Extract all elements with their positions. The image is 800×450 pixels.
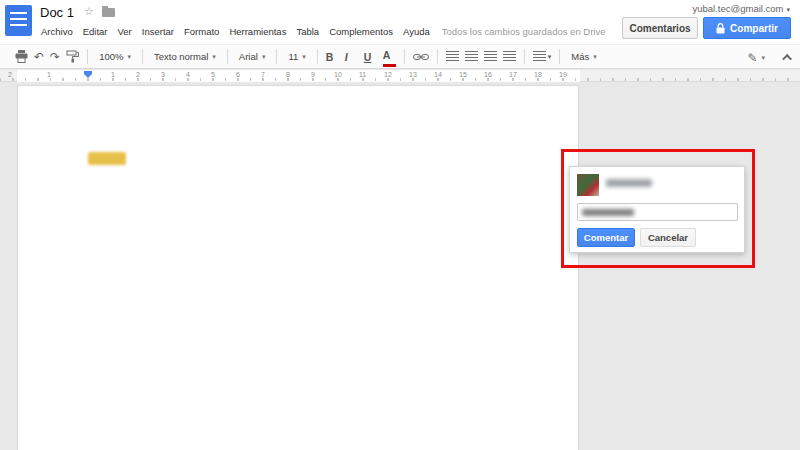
comment-input[interactable] — [577, 203, 738, 221]
link-icon — [413, 52, 429, 62]
print-icon — [15, 50, 28, 63]
underline-button[interactable]: U — [364, 47, 377, 67]
comment-popup: Comentar Cancelar — [569, 166, 745, 253]
toolbar-separator — [437, 49, 438, 64]
ruler-number: 2 — [8, 71, 12, 78]
docs-logo-icon[interactable] — [5, 5, 32, 36]
avatar — [577, 174, 599, 196]
toolbar-separator — [559, 49, 560, 64]
chevron-down-icon: ▾ — [212, 53, 216, 61]
account-email-text: yubal.tec@gmail.com — [693, 3, 784, 14]
paint-format-icon — [66, 50, 79, 63]
font-dropdown[interactable]: Arial▾ — [236, 47, 269, 67]
justify-button[interactable] — [503, 47, 516, 67]
menu-ver[interactable]: Ver — [113, 26, 137, 37]
align-left-button[interactable] — [446, 47, 459, 67]
ruler-number: 9 — [311, 71, 315, 78]
chevron-down-icon: ▾ — [786, 6, 790, 13]
zoom-value: 100% — [99, 51, 123, 62]
doc-title[interactable]: Doc 1 — [40, 5, 74, 20]
toolbar-separator — [404, 49, 405, 64]
menu-ayuda[interactable]: Ayuda — [398, 26, 435, 37]
indent-marker[interactable] — [84, 71, 92, 74]
lock-icon — [716, 23, 725, 34]
ruler-ticks — [0, 78, 800, 81]
comment-text-blurred — [582, 209, 634, 216]
toolbar: ↶ ↷ 100%▾ Texto normal▾ Arial▾ 11▾ B I U… — [0, 44, 800, 69]
zoom-dropdown[interactable]: 100%▾ — [96, 47, 134, 67]
menu-herramientas[interactable]: Herramientas — [224, 26, 291, 37]
app-header: Doc 1 ☆ Archivo Editar Ver Insertar Form… — [0, 0, 800, 44]
menu-complementos[interactable]: Complementos — [324, 26, 398, 37]
share-button[interactable]: Compartir — [703, 17, 791, 39]
ruler-number: 17 — [509, 71, 517, 78]
menu-editar[interactable]: Editar — [78, 26, 113, 37]
paint-format-button[interactable] — [66, 47, 79, 67]
ruler[interactable]: 2 1 1 2 3 4 5 6 7 8 9 10 11 12 13 14 15 … — [0, 70, 800, 82]
toolbar-separator — [227, 49, 228, 64]
page[interactable] — [17, 85, 579, 450]
toolbar-separator — [524, 49, 525, 64]
ruler-number: 18 — [534, 71, 542, 78]
toolbar-separator — [317, 49, 318, 64]
collapse-toolbar-button[interactable] — [782, 54, 792, 64]
undo-button[interactable]: ↶ — [34, 47, 44, 67]
font-size-value: 11 — [288, 51, 298, 62]
menu-tabla[interactable]: Tabla — [291, 26, 324, 37]
font-value: Arial — [239, 51, 258, 62]
align-left-icon — [446, 51, 459, 62]
document-area: Comentar Cancelar — [0, 83, 800, 450]
more-label: Más — [571, 51, 589, 62]
line-spacing-button[interactable]: ▾ — [533, 47, 552, 67]
ruler-number: 12 — [384, 71, 392, 78]
ruler-number: 10 — [334, 71, 342, 78]
toolbar-separator — [142, 49, 143, 64]
highlighted-text-blur — [88, 152, 126, 165]
paragraph-style-dropdown[interactable]: Texto normal▾ — [151, 47, 219, 67]
ruler-number: 1 — [47, 71, 51, 78]
ruler-number: 13 — [409, 71, 417, 78]
comments-button[interactable]: Comentarios — [622, 17, 698, 39]
align-center-button[interactable] — [465, 47, 478, 67]
chevron-down-icon: ▾ — [127, 53, 131, 61]
align-center-icon — [465, 51, 478, 62]
toolbar-right-group: ✎▾ — [741, 45, 792, 70]
folder-icon[interactable] — [102, 8, 115, 17]
text-color-button[interactable]: A — [383, 47, 396, 67]
align-right-button[interactable] — [484, 47, 497, 67]
ruler-number: 3 — [161, 71, 165, 78]
chevron-down-icon: ▾ — [761, 54, 765, 62]
ruler-number: 7 — [261, 71, 265, 78]
comment-cancel-button[interactable]: Cancelar — [640, 228, 696, 247]
more-dropdown[interactable]: Más▾ — [568, 47, 599, 67]
chevron-down-icon: ▾ — [548, 53, 552, 61]
menu-bar: Archivo Editar Ver Insertar Formato Herr… — [36, 26, 605, 37]
star-icon[interactable]: ☆ — [84, 5, 94, 18]
ruler-number: 8 — [286, 71, 290, 78]
line-spacing-icon — [533, 51, 546, 62]
font-size-dropdown[interactable]: 11▾ — [285, 47, 308, 67]
menu-archivo[interactable]: Archivo — [36, 26, 78, 37]
ruler-number: 19 — [559, 71, 567, 78]
redo-button[interactable]: ↷ — [50, 47, 60, 67]
align-right-icon — [484, 51, 497, 62]
bold-button[interactable]: B — [326, 47, 339, 67]
print-button[interactable] — [15, 47, 28, 67]
account-email[interactable]: yubal.tec@gmail.com▾ — [693, 3, 790, 14]
italic-button[interactable]: I — [345, 47, 358, 67]
insert-link-button[interactable] — [413, 47, 429, 67]
google-docs-window: Doc 1 ☆ Archivo Editar Ver Insertar Form… — [0, 0, 800, 450]
chevron-down-icon: ▾ — [302, 53, 306, 61]
ruler-number: 11 — [359, 71, 366, 78]
menu-formato[interactable]: Formato — [179, 26, 224, 37]
justify-icon — [503, 51, 516, 62]
menu-insertar[interactable]: Insertar — [137, 26, 179, 37]
paragraph-style-value: Texto normal — [154, 51, 208, 62]
ruler-number: 5 — [211, 71, 215, 78]
ruler-number: 2 — [136, 71, 140, 78]
saved-status: Todos los cambios guardados en Drive — [442, 26, 606, 37]
chevron-down-icon: ▾ — [593, 53, 597, 61]
comment-submit-button[interactable]: Comentar — [577, 228, 635, 247]
ruler-number: 16 — [484, 71, 492, 78]
edit-mode-button[interactable]: ✎▾ — [744, 48, 768, 68]
